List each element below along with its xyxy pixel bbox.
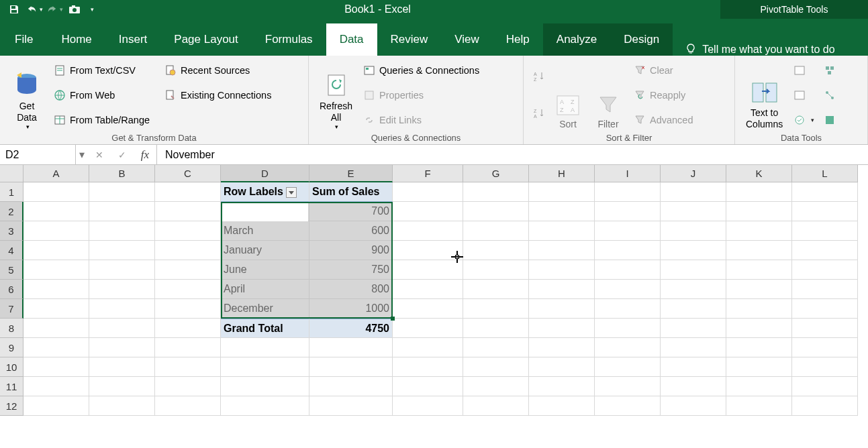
cell-A5[interactable] — [23, 260, 89, 280]
tab-page-layout[interactable]: Page Layout — [160, 23, 251, 56]
row-header-11[interactable]: 11 — [0, 377, 23, 396]
cell-A11[interactable] — [23, 377, 89, 396]
cell-H10[interactable] — [529, 357, 595, 377]
cell-G6[interactable] — [463, 280, 529, 299]
cell-D11[interactable] — [221, 377, 309, 396]
select-all-corner[interactable] — [0, 165, 23, 182]
row-header-7[interactable]: 7 — [0, 299, 23, 319]
cell-F1[interactable] — [393, 182, 463, 202]
cell-K7[interactable] — [726, 299, 792, 319]
cell-K12[interactable] — [726, 396, 792, 416]
column-header-A[interactable]: A — [23, 165, 89, 182]
column-header-L[interactable]: L — [792, 165, 858, 182]
cell-H1[interactable] — [529, 182, 595, 202]
cell-A2[interactable] — [23, 202, 89, 221]
cell-A12[interactable] — [23, 396, 89, 416]
cell-G8[interactable] — [463, 319, 529, 338]
qat-customize-icon[interactable]: ▾ — [86, 1, 97, 18]
cell-I3[interactable] — [595, 221, 661, 241]
flash-fill-button[interactable] — [791, 63, 817, 78]
cell-D8[interactable]: Grand Total — [221, 319, 309, 338]
filter-button[interactable]: Filter — [588, 58, 628, 131]
cell-K8[interactable] — [726, 319, 792, 338]
cell-J10[interactable] — [661, 357, 726, 377]
cell-C10[interactable] — [155, 357, 221, 377]
cell-F9[interactable] — [393, 338, 463, 357]
cell-J9[interactable] — [661, 338, 726, 357]
tab-data[interactable]: Data — [326, 23, 377, 56]
redo-icon[interactable]: ▾ — [46, 1, 63, 18]
column-header-B[interactable]: B — [89, 165, 155, 182]
cell-F5[interactable] — [393, 260, 463, 280]
queries-connections-button[interactable]: Queries & Connections — [360, 63, 482, 78]
cell-B9[interactable] — [89, 338, 155, 357]
cell-A8[interactable] — [23, 319, 89, 338]
cell-L9[interactable] — [792, 338, 858, 357]
cell-K5[interactable] — [726, 260, 792, 280]
cell-L7[interactable] — [792, 299, 858, 319]
cell-I8[interactable] — [595, 319, 661, 338]
cell-A1[interactable] — [23, 182, 89, 202]
sort-asc-button[interactable]: AZ — [530, 69, 548, 84]
cell-H3[interactable] — [529, 221, 595, 241]
row-header-3[interactable]: 3 — [0, 221, 23, 241]
name-box[interactable]: D2 — [0, 145, 76, 164]
cell-F2[interactable] — [393, 202, 463, 221]
cell-L12[interactable] — [792, 396, 858, 416]
row-header-9[interactable]: 9 — [0, 338, 23, 357]
name-box-dropdown-icon[interactable]: ▾ — [76, 145, 88, 164]
cell-E8[interactable]: 4750 — [309, 319, 393, 338]
cell-F10[interactable] — [393, 357, 463, 377]
reapply-button[interactable]: Reapply — [631, 88, 696, 103]
cell-L5[interactable] — [792, 260, 858, 280]
row-header-10[interactable]: 10 — [0, 357, 23, 377]
existing-connections-button[interactable]: Existing Connections — [162, 88, 274, 103]
filter-dropdown-icon[interactable] — [286, 187, 297, 198]
cell-E4[interactable]: 900 — [309, 241, 393, 260]
cell-L10[interactable] — [792, 357, 858, 377]
cell-I9[interactable] — [595, 338, 661, 357]
cell-B4[interactable] — [89, 241, 155, 260]
cell-A10[interactable] — [23, 357, 89, 377]
cell-G9[interactable] — [463, 338, 529, 357]
cell-K11[interactable] — [726, 377, 792, 396]
column-header-G[interactable]: G — [463, 165, 529, 182]
row-header-1[interactable]: 1 — [0, 182, 23, 202]
cell-C7[interactable] — [155, 299, 221, 319]
tab-file[interactable]: File — [0, 23, 48, 56]
cell-J4[interactable] — [661, 241, 726, 260]
cell-K3[interactable] — [726, 221, 792, 241]
cell-B8[interactable] — [89, 319, 155, 338]
cell-F11[interactable] — [393, 377, 463, 396]
cell-G3[interactable] — [463, 221, 529, 241]
cell-E10[interactable] — [309, 357, 393, 377]
cell-I7[interactable] — [595, 299, 661, 319]
recent-sources-button[interactable]: Recent Sources — [162, 63, 274, 78]
tab-analyze[interactable]: Analyze — [543, 23, 610, 56]
cell-G5[interactable] — [463, 260, 529, 280]
cell-I1[interactable] — [595, 182, 661, 202]
cell-D12[interactable] — [221, 396, 309, 416]
cell-D6[interactable]: April — [221, 280, 309, 299]
cell-H9[interactable] — [529, 338, 595, 357]
cell-E6[interactable]: 800 — [309, 280, 393, 299]
column-header-C[interactable]: C — [155, 165, 221, 182]
cell-D10[interactable] — [221, 357, 309, 377]
data-model-button[interactable] — [821, 113, 838, 127]
row-header-2[interactable]: 2 — [0, 202, 23, 221]
cell-H8[interactable] — [529, 319, 595, 338]
undo-icon[interactable]: ▾ — [26, 1, 43, 18]
cell-J11[interactable] — [661, 377, 726, 396]
cell-A6[interactable] — [23, 280, 89, 299]
fx-icon[interactable]: fx — [134, 148, 156, 162]
consolidate-button[interactable] — [821, 63, 838, 78]
tell-me-search[interactable]: Tell me what you want to do — [685, 44, 834, 56]
row-headers[interactable]: 123456789101112 — [0, 182, 23, 416]
cell-B2[interactable] — [89, 202, 155, 221]
cell-C4[interactable] — [155, 241, 221, 260]
cell-D3[interactable]: March — [221, 221, 309, 241]
cell-I4[interactable] — [595, 241, 661, 260]
edit-links-button[interactable]: Edit Links — [360, 113, 482, 127]
relationships-button[interactable] — [821, 88, 838, 103]
cell-B10[interactable] — [89, 357, 155, 377]
